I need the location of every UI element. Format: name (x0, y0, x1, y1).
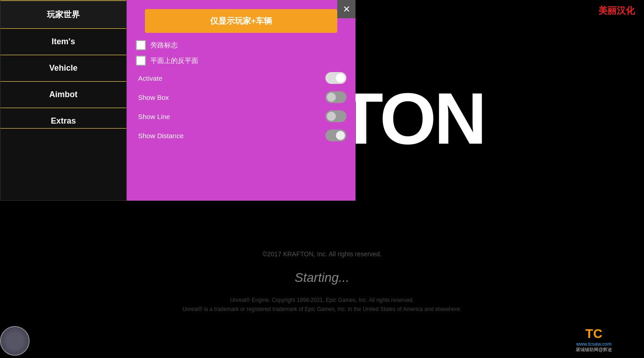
toggle-showline-label: Show Line (138, 113, 170, 120)
checkbox-plane-label: 平面上的反平面 (150, 57, 198, 65)
checkbox-bypass[interactable] (136, 40, 146, 50)
sidebar: 玩家世界 Item's Vehicle Aimbot Extras (0, 0, 127, 201)
toggle-activate-label: Activate (138, 74, 162, 82)
sidebar-item-player-world[interactable]: 玩家世界 (0, 0, 126, 29)
toggle-row-showbox: Show Box (131, 88, 351, 107)
toggle-row-activate: Activate (131, 68, 351, 88)
show-players-vehicles-button[interactable]: 仅显示玩家+车辆 (145, 9, 337, 33)
starting-text: Starting... (295, 270, 350, 285)
toggle-row-showdistance: Show Distance (131, 126, 351, 145)
unreal-text: Unreal® Engine, Copyright 1998-2021, Epi… (230, 297, 414, 303)
checkbox-row-plane: 平面上的反平面 (131, 53, 351, 68)
sidebar-label-extras: Extras (51, 116, 76, 125)
sidebar-item-aimbot[interactable]: Aimbot (0, 82, 126, 108)
sidebar-label-aimbot: Aimbot (49, 90, 77, 99)
toggle-showdistance-label: Show Distance (138, 132, 184, 140)
toggle-activate-knob (336, 73, 345, 83)
game-logo: TON (339, 82, 484, 155)
copyright-text: ©2017 KRAFTON, Inc. All rights reserved. (263, 250, 381, 258)
toggle-showdistance-knob (336, 131, 345, 140)
toggle-row-showline: Show Line (131, 107, 351, 126)
toggle-showbox-knob (327, 93, 336, 102)
toggle-showdistance-switch[interactable] (325, 130, 346, 141)
toggle-showbox-switch[interactable] (325, 91, 346, 103)
sidebar-item-vehicle[interactable]: Vehicle (0, 55, 126, 82)
tc-subtitle: 屠城辅助网@辉途 (576, 347, 612, 353)
trademark-text: Unreal® is a trademark or registered tra… (182, 306, 461, 312)
sidebar-label-items: Item's (52, 37, 75, 46)
content-panel: ✕ 仅显示玩家+车辆 旁路标志 平面上的反平面 Activate Show Bo… (127, 0, 355, 201)
brand-title: 美丽汉化 (598, 5, 635, 17)
tc-community-badge: TC www.tcsaw.com 屠城辅助网@辉途 (544, 322, 644, 358)
checkbox-row-bypass: 旁路标志 (131, 37, 351, 53)
sidebar-label-player-world: 玩家世界 (47, 10, 80, 19)
checkbox-bypass-label: 旁路标志 (150, 41, 178, 50)
sidebar-item-extras[interactable]: Extras (0, 108, 126, 129)
checkbox-plane[interactable] (136, 56, 146, 66)
sidebar-label-vehicle: Vehicle (49, 63, 77, 73)
main-overlay: 玩家世界 Item's Vehicle Aimbot Extras ✕ 仅显示玩… (0, 0, 355, 201)
tc-url: www.tcsaw.com (576, 341, 612, 347)
left-circle-icon (0, 326, 30, 356)
close-button[interactable]: ✕ (337, 0, 355, 18)
toggle-activate-switch[interactable] (325, 72, 346, 84)
sidebar-item-items[interactable]: Item's (0, 29, 126, 55)
toggle-showbox-label: Show Box (138, 93, 169, 101)
toggle-showline-switch[interactable] (325, 110, 346, 122)
toggle-showline-knob (327, 112, 336, 121)
tc-logo-text: TC (585, 327, 602, 341)
